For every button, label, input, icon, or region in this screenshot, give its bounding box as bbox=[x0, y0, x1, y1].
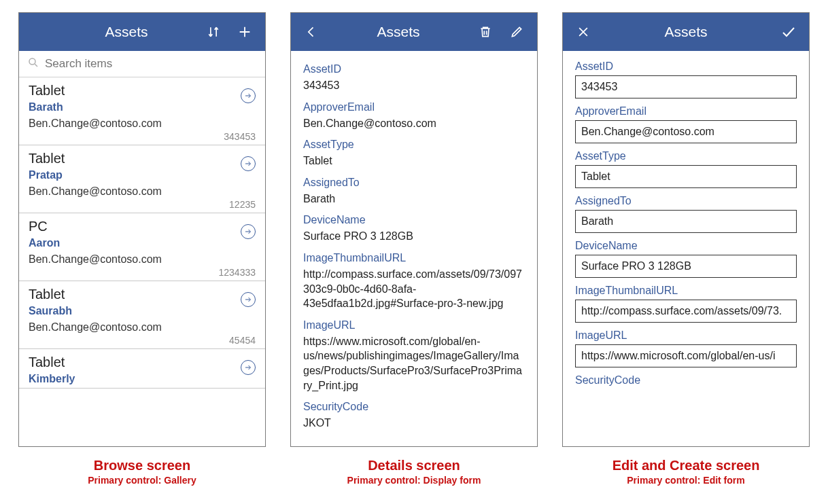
list-item[interactable]: TabletPratapBen.Change@contoso.com12235 bbox=[19, 145, 265, 213]
close-icon[interactable] bbox=[571, 20, 596, 44]
imgurl-label: ImageURL bbox=[575, 329, 797, 342]
approver-input[interactable] bbox=[575, 120, 797, 143]
details-caption-sub: Primary control: Display form bbox=[290, 475, 538, 486]
item-email: Ben.Change@contoso.com bbox=[29, 253, 256, 266]
assetid-value: 343453 bbox=[303, 78, 525, 93]
assettype-label: AssetType bbox=[303, 139, 525, 151]
item-id: 343453 bbox=[29, 131, 256, 142]
item-id: 45454 bbox=[29, 335, 256, 346]
edit-screen: Assets AssetID ApproverEmail AssetType A… bbox=[562, 12, 810, 492]
assignedto-input[interactable] bbox=[575, 210, 797, 233]
edit-caption-title: Edit and Create screen bbox=[562, 458, 810, 473]
edit-header: Assets bbox=[563, 13, 809, 51]
add-icon[interactable] bbox=[232, 20, 257, 44]
go-arrow-icon[interactable] bbox=[241, 360, 256, 375]
details-title: Assets bbox=[324, 24, 473, 40]
item-assigned: Saurabh bbox=[29, 305, 256, 317]
list-item[interactable]: TabletKimberly bbox=[19, 349, 265, 389]
assettype-value: Tablet bbox=[303, 154, 525, 168]
assetid-input[interactable] bbox=[575, 75, 797, 98]
item-id: 12235 bbox=[29, 199, 256, 210]
back-icon[interactable] bbox=[299, 20, 324, 44]
item-email: Ben.Change@contoso.com bbox=[29, 321, 256, 334]
browse-frame: Assets TabletBarathBen.Change@contoso.co… bbox=[18, 12, 266, 447]
search-icon bbox=[27, 56, 39, 71]
seccode-label: SecurityCode bbox=[575, 374, 797, 386]
assignedto-label: AssignedTo bbox=[303, 177, 525, 189]
edit-frame: Assets AssetID ApproverEmail AssetType A… bbox=[562, 12, 810, 447]
assignedto-label: AssignedTo bbox=[575, 195, 797, 207]
thumb-value: http://compass.surface.com/assets/09/73/… bbox=[303, 267, 525, 311]
details-frame: Assets AssetID 343453 ApproverEmail Ben.… bbox=[290, 12, 538, 447]
assetid-label: AssetID bbox=[303, 63, 525, 75]
browse-caption-title: Browse screen bbox=[18, 458, 266, 473]
confirm-icon[interactable] bbox=[776, 20, 801, 44]
details-body: AssetID 343453 ApproverEmail Ben.Change@… bbox=[291, 51, 537, 446]
seccode-value: JKOT bbox=[303, 416, 525, 431]
assettype-input[interactable] bbox=[575, 165, 797, 188]
browse-caption-sub: Primary control: Gallery bbox=[18, 475, 266, 486]
go-arrow-icon[interactable] bbox=[241, 156, 256, 171]
item-type: PC bbox=[29, 219, 256, 234]
thumb-label: ImageThumbnailURL bbox=[575, 285, 797, 297]
devicename-label: DeviceName bbox=[303, 214, 525, 226]
edit-caption: Edit and Create screen Primary control: … bbox=[562, 458, 810, 486]
assetid-label: AssetID bbox=[575, 60, 797, 73]
svg-point-0 bbox=[29, 58, 35, 65]
browse-caption: Browse screen Primary control: Gallery bbox=[18, 458, 266, 486]
imgurl-input[interactable] bbox=[575, 344, 797, 367]
details-header: Assets bbox=[291, 13, 537, 51]
item-assigned: Aaron bbox=[29, 237, 256, 249]
details-screen: Assets AssetID 343453 ApproverEmail Ben.… bbox=[290, 12, 538, 492]
seccode-label: SecurityCode bbox=[303, 401, 525, 413]
devicename-value: Surface PRO 3 128GB bbox=[303, 229, 525, 244]
details-caption: Details screen Primary control: Display … bbox=[290, 458, 538, 486]
edit-body: AssetID ApproverEmail AssetType Assigned… bbox=[563, 51, 809, 446]
devicename-label: DeviceName bbox=[575, 240, 797, 252]
list-item[interactable]: TabletSaurabhBen.Change@contoso.com45454 bbox=[19, 281, 265, 349]
edit-caption-sub: Primary control: Edit form bbox=[562, 475, 810, 486]
item-type: Tablet bbox=[29, 151, 256, 166]
details-caption-title: Details screen bbox=[290, 458, 538, 473]
list-item[interactable]: TabletBarathBen.Change@contoso.com343453 bbox=[19, 77, 265, 145]
browse-header: Assets bbox=[19, 13, 265, 51]
list-item[interactable]: PCAaronBen.Change@contoso.com1234333 bbox=[19, 213, 265, 281]
item-assigned: Kimberly bbox=[29, 373, 256, 385]
imgurl-value: https://www.microsoft.com/global/en-us/n… bbox=[303, 334, 525, 393]
sort-icon[interactable] bbox=[201, 20, 226, 44]
item-assigned: Pratap bbox=[29, 169, 256, 181]
search-input[interactable] bbox=[45, 57, 257, 71]
item-type: Tablet bbox=[29, 83, 256, 98]
item-type: Tablet bbox=[29, 287, 256, 302]
approver-label: ApproverEmail bbox=[303, 101, 525, 113]
browse-list: TabletBarathBen.Change@contoso.com343453… bbox=[19, 77, 265, 446]
go-arrow-icon[interactable] bbox=[241, 88, 256, 103]
imgurl-label: ImageURL bbox=[303, 319, 525, 331]
item-assigned: Barath bbox=[29, 101, 256, 113]
thumb-label: ImageThumbnailURL bbox=[303, 252, 525, 264]
go-arrow-icon[interactable] bbox=[241, 292, 256, 307]
go-arrow-icon[interactable] bbox=[241, 224, 256, 239]
assignedto-value: Barath bbox=[303, 192, 525, 206]
item-email: Ben.Change@contoso.com bbox=[29, 118, 256, 130]
browse-screen: Assets TabletBarathBen.Change@contoso.co… bbox=[18, 12, 266, 492]
item-id: 1234333 bbox=[29, 267, 256, 278]
browse-title: Assets bbox=[52, 24, 201, 40]
edit-title: Assets bbox=[596, 24, 776, 40]
item-type: Tablet bbox=[29, 355, 256, 370]
edit-icon[interactable] bbox=[504, 20, 529, 44]
thumb-input[interactable] bbox=[575, 300, 797, 323]
delete-icon[interactable] bbox=[473, 20, 498, 44]
devicename-input[interactable] bbox=[575, 255, 797, 278]
approver-value: Ben.Change@contoso.com bbox=[303, 116, 525, 131]
approver-label: ApproverEmail bbox=[575, 105, 797, 118]
search-bar bbox=[19, 51, 265, 77]
item-email: Ben.Change@contoso.com bbox=[29, 185, 256, 198]
assettype-label: AssetType bbox=[575, 150, 797, 162]
